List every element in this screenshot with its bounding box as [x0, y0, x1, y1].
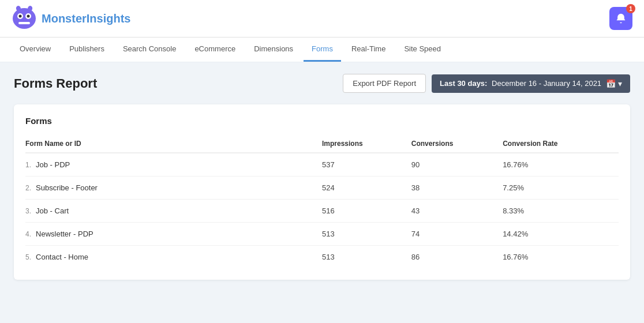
- form-name-cell: 1.Job - PDP: [25, 153, 322, 176]
- nav-item-publishers[interactable]: Publishers: [61, 37, 113, 62]
- impressions-cell: 524: [322, 176, 411, 200]
- impressions-cell: 513: [322, 246, 411, 269]
- conversion-rate-cell: 7.25%: [503, 176, 619, 200]
- conversion-rate-cell: 16.76%: [503, 246, 619, 269]
- nav-item-forms[interactable]: Forms: [304, 37, 341, 62]
- date-range-button[interactable]: Last 30 days: December 16 - January 14, …: [432, 74, 630, 93]
- forms-table: Form Name or IDImpressionsConversionsCon…: [25, 135, 619, 268]
- conversions-cell: 74: [411, 223, 503, 246]
- monster-logo-icon: [12, 6, 37, 31]
- table-col-form-name-or-id: Form Name or ID: [25, 135, 322, 153]
- conversions-cell: 38: [411, 176, 503, 200]
- form-name-cell: 4.Newsletter - PDP: [25, 223, 322, 246]
- header-right: 1: [609, 7, 632, 30]
- form-name: Newsletter - PDP: [36, 230, 93, 238]
- table-row: 1.Job - PDP5379016.76%: [25, 153, 619, 176]
- form-name: Contact - Home: [36, 253, 88, 261]
- nav-item-real-time[interactable]: Real-Time: [343, 37, 394, 62]
- svg-point-0: [13, 8, 36, 29]
- export-pdf-button[interactable]: Export PDF Report: [343, 74, 426, 93]
- table-row: 5.Contact - Home5138616.76%: [25, 246, 619, 269]
- row-number: 1.: [25, 161, 31, 169]
- impressions-cell: 513: [322, 223, 411, 246]
- row-number: 5.: [25, 253, 31, 261]
- form-name: Job - Cart: [36, 206, 69, 215]
- app-header: MonsterInsights 1: [0, 0, 644, 37]
- svg-point-4: [27, 15, 30, 18]
- nav-item-dimensions[interactable]: Dimensions: [246, 37, 301, 62]
- impressions-cell: 537: [322, 153, 411, 176]
- impressions-cell: 516: [322, 200, 411, 223]
- form-name-cell: 5.Contact - Home: [25, 246, 322, 269]
- table-row: 4.Newsletter - PDP5137414.42%: [25, 223, 619, 246]
- form-name-cell: 3.Job - Cart: [25, 200, 322, 223]
- notification-button[interactable]: 1: [609, 7, 632, 30]
- conversion-rate-cell: 8.33%: [503, 200, 619, 223]
- nav-item-site-speed[interactable]: Site Speed: [396, 37, 449, 62]
- main-content: Forms Report Export PDF Report Last 30 d…: [0, 62, 644, 291]
- svg-rect-5: [18, 22, 30, 24]
- header-actions: Export PDF Report Last 30 days: December…: [343, 74, 630, 93]
- bell-icon: [615, 13, 627, 24]
- row-number: 4.: [25, 230, 31, 238]
- conversion-rate-cell: 14.42%: [503, 223, 619, 246]
- page-title: Forms Report: [14, 76, 97, 91]
- nav-item-overview[interactable]: Overview: [12, 37, 59, 62]
- table-col-conversions: Conversions: [411, 135, 503, 153]
- date-range-label: Last 30 days: December 16 - January 14, …: [440, 79, 601, 88]
- row-number: 3.: [25, 207, 31, 215]
- table-body: 1.Job - PDP5379016.76%2.Subscribe - Foot…: [25, 153, 619, 268]
- conversion-rate-cell: 16.76%: [503, 153, 619, 176]
- table-header-row: Form Name or IDImpressionsConversionsCon…: [25, 135, 619, 153]
- nav-item-ecommerce[interactable]: eCommerce: [186, 37, 244, 62]
- nav-item-search-console[interactable]: Search Console: [115, 37, 185, 62]
- navigation-bar: OverviewPublishersSearch ConsoleeCommerc…: [0, 37, 644, 62]
- conversions-cell: 90: [411, 153, 503, 176]
- conversions-cell: 43: [411, 200, 503, 223]
- table-col-conversion-rate: Conversion Rate: [503, 135, 619, 153]
- svg-point-3: [19, 15, 22, 18]
- form-name: Job - PDP: [36, 160, 70, 169]
- table-row: 3.Job - Cart516438.33%: [25, 200, 619, 223]
- forms-table-card: Forms Form Name or IDImpressionsConversi…: [14, 104, 630, 280]
- form-name-cell: 2.Subscribe - Footer: [25, 176, 322, 200]
- table-col-impressions: Impressions: [322, 135, 411, 153]
- calendar-icon: 📅 ▾: [606, 79, 622, 88]
- logo-area: MonsterInsights: [12, 6, 130, 31]
- form-name: Subscribe - Footer: [36, 183, 98, 192]
- notification-badge: 1: [626, 4, 635, 13]
- logo-text: MonsterInsights: [42, 12, 130, 25]
- row-number: 2.: [25, 184, 31, 192]
- conversions-cell: 86: [411, 246, 503, 269]
- table-row: 2.Subscribe - Footer524387.25%: [25, 176, 619, 200]
- table-section-title: Forms: [25, 116, 619, 126]
- page-header-row: Forms Report Export PDF Report Last 30 d…: [14, 74, 630, 93]
